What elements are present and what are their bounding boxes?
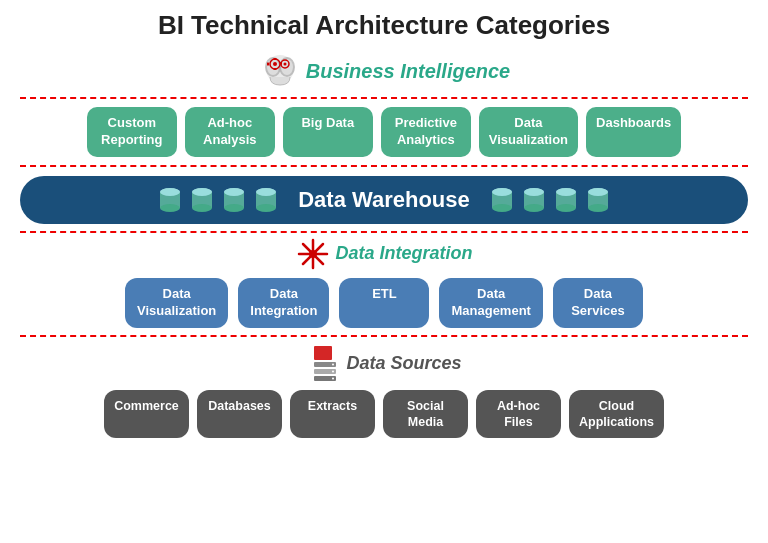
bi-card-big-data: Big Data	[283, 107, 373, 157]
svg-point-53	[309, 250, 317, 258]
server-stack-icon	[306, 344, 342, 384]
svg-point-32	[492, 188, 512, 196]
svg-point-15	[160, 204, 180, 212]
ds-card-cloud-applications: CloudApplications	[569, 390, 664, 439]
bi-card-adhoc-analysis: Ad-hocAnalysis	[185, 107, 275, 157]
svg-point-60	[332, 377, 334, 379]
di-card-data-visualization: DataVisualization	[125, 278, 228, 328]
ds-card-extracts: Extracts	[290, 390, 375, 439]
bi-label: Business Intelligence	[306, 60, 511, 83]
bi-section: Business Intelligence CustomReporting Ad…	[20, 49, 748, 170]
svg-point-24	[224, 188, 244, 196]
bi-card-data-visualization: DataVisualization	[479, 107, 578, 157]
ds-card-social-media: SocialMedia	[383, 390, 468, 439]
svg-point-8	[283, 63, 286, 66]
di-cards: DataVisualization DataIntegration ETL Da…	[20, 274, 748, 332]
di-label: Data Integration	[335, 243, 472, 264]
dw-right-cylinders	[488, 186, 612, 214]
svg-rect-11	[267, 63, 269, 66]
svg-point-3	[267, 59, 279, 75]
di-card-data-integration: DataIntegration	[238, 278, 329, 328]
svg-point-27	[256, 204, 276, 212]
svg-rect-12	[280, 62, 282, 65]
cylinder-icon	[220, 186, 248, 214]
ds-card-adhoc-files: Ad-hocFiles	[476, 390, 561, 439]
bi-card-dashboards: Dashboards	[586, 107, 681, 157]
bi-top-dashed-line	[20, 97, 748, 99]
svg-rect-54	[314, 346, 332, 360]
ds-header: Data Sources	[20, 344, 748, 384]
svg-point-19	[192, 204, 212, 212]
ds-section: Data Sources Commerce Databases Extracts…	[20, 344, 748, 443]
di-card-data-management: DataManagement	[439, 278, 542, 328]
bi-bottom-dashed-line	[20, 165, 748, 167]
svg-point-36	[524, 188, 544, 196]
svg-point-20	[192, 188, 212, 196]
bi-card-custom-reporting: CustomReporting	[87, 107, 177, 157]
brain-icon	[258, 49, 302, 93]
ds-label: Data Sources	[346, 353, 461, 374]
bi-cards: CustomReporting Ad-hocAnalysis Big Data …	[20, 102, 748, 162]
svg-point-39	[556, 204, 576, 212]
svg-point-40	[556, 188, 576, 196]
bi-header: Business Intelligence	[20, 49, 748, 93]
cylinder-icon	[156, 186, 184, 214]
burst-icon	[295, 236, 331, 272]
ds-card-databases: Databases	[197, 390, 282, 439]
di-section: Data Integration DataVisualization DataI…	[20, 228, 748, 340]
svg-point-43	[588, 204, 608, 212]
di-header: Data Integration	[20, 236, 748, 272]
di-bottom-dashed-line	[20, 335, 748, 337]
svg-point-28	[256, 188, 276, 196]
dw-label: Data Warehouse	[298, 187, 470, 213]
svg-rect-10	[273, 68, 276, 70]
svg-rect-9	[273, 58, 276, 60]
cylinder-icon	[252, 186, 280, 214]
cylinder-icon	[552, 186, 580, 214]
cylinder-icon	[188, 186, 216, 214]
cylinder-icon	[488, 186, 516, 214]
svg-point-44	[588, 188, 608, 196]
page-title: BI Technical Architecture Categories	[158, 10, 610, 41]
di-card-data-services: DataServices	[553, 278, 643, 328]
ds-cards: Commerce Databases Extracts SocialMedia …	[20, 386, 748, 443]
cylinder-icon	[520, 186, 548, 214]
bi-card-predictive-analytics: PredictiveAnalytics	[381, 107, 471, 157]
svg-point-16	[160, 188, 180, 196]
di-card-etl: ETL	[339, 278, 429, 328]
di-top-dashed-line	[20, 231, 748, 233]
svg-point-23	[224, 204, 244, 212]
svg-point-31	[492, 204, 512, 212]
svg-point-58	[332, 363, 334, 365]
cylinder-icon	[584, 186, 612, 214]
dw-left-cylinders	[156, 186, 280, 214]
svg-point-6	[273, 62, 277, 66]
ds-card-commerce: Commerce	[104, 390, 189, 439]
svg-point-35	[524, 204, 544, 212]
svg-point-59	[332, 370, 334, 372]
dw-section: Data Warehouse	[20, 176, 748, 224]
